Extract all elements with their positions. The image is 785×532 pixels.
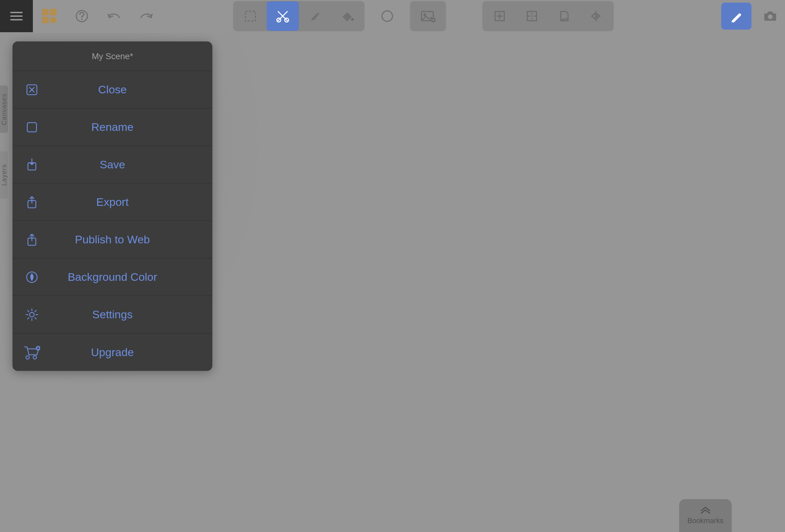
menu-item-save[interactable]: Save xyxy=(12,146,212,183)
close-icon xyxy=(12,84,42,96)
svg-point-12 xyxy=(768,15,773,19)
bookmarks-label: Bookmarks xyxy=(687,516,724,525)
image-icon xyxy=(420,9,436,23)
settings-icon xyxy=(12,308,42,322)
menu-save-label: Save xyxy=(42,158,212,171)
menu-item-upgrade[interactable]: Upgrade xyxy=(12,333,212,371)
bucket-icon xyxy=(340,9,354,23)
menu-item-settings[interactable]: Settings xyxy=(12,296,212,333)
menu-rename-label: Rename xyxy=(42,121,212,133)
svg-point-1 xyxy=(81,19,82,20)
split-button[interactable] xyxy=(516,1,548,31)
insert-image-button[interactable] xyxy=(412,1,444,31)
pen-tool[interactable] xyxy=(721,3,752,30)
save-icon xyxy=(12,158,42,171)
split-icon xyxy=(525,9,538,23)
camera-icon xyxy=(763,10,778,22)
selection-icon xyxy=(244,9,257,23)
menu-publish-label: Publish to Web xyxy=(42,233,212,246)
rename-icon xyxy=(12,121,42,133)
layers-tab-label: Layers xyxy=(0,164,8,186)
chevron-up-icon xyxy=(700,506,711,514)
circle-icon xyxy=(381,9,394,23)
undo-icon xyxy=(107,9,121,23)
background-color-icon xyxy=(12,271,42,284)
menu-item-background-color[interactable]: Background Color xyxy=(12,258,212,296)
eraser-icon xyxy=(308,9,322,23)
upgrade-icon xyxy=(12,345,42,359)
shape-circle-tool[interactable] xyxy=(371,1,403,31)
svg-point-6 xyxy=(382,11,392,21)
canvases-tab-label: Canvases xyxy=(0,93,8,125)
main-menu-dropdown: My Scene* Close Rename Save xyxy=(12,42,212,371)
mirror-button[interactable] xyxy=(580,1,612,31)
fill-tool[interactable] xyxy=(331,1,363,31)
page-icon xyxy=(558,9,571,23)
help-icon xyxy=(75,9,88,23)
templates-button[interactable] xyxy=(33,0,66,32)
menu-export-label: Export xyxy=(42,196,212,208)
menu-item-export[interactable]: Export xyxy=(12,183,212,221)
scene-title: My Scene* xyxy=(12,42,212,71)
svg-point-5 xyxy=(351,18,354,21)
pen-icon xyxy=(730,10,742,22)
svg-point-8 xyxy=(423,14,426,16)
menu-item-publish[interactable]: Publish to Web xyxy=(12,221,212,258)
svg-point-21 xyxy=(33,356,36,359)
canvases-tab[interactable]: Canvases xyxy=(0,85,8,133)
svg-point-19 xyxy=(30,312,34,317)
page-tools-group xyxy=(482,1,614,31)
menu-close-label: Close xyxy=(42,83,212,96)
menu-item-close[interactable]: Close xyxy=(12,71,212,108)
export-icon xyxy=(12,195,42,209)
menu-upgrade-label: Upgrade xyxy=(42,346,212,359)
mirror-icon xyxy=(590,9,603,23)
select-tool[interactable] xyxy=(234,1,267,31)
undo-button[interactable] xyxy=(98,1,130,31)
menu-button[interactable] xyxy=(0,0,33,32)
edit-tools-group xyxy=(233,1,364,31)
layers-tab[interactable]: Layers xyxy=(0,151,8,199)
templates-icon xyxy=(42,9,56,23)
add-panel-button[interactable] xyxy=(484,1,516,31)
publish-icon xyxy=(12,233,42,247)
cut-tool[interactable] xyxy=(267,1,299,31)
eraser-tool[interactable] xyxy=(299,1,331,31)
menu-item-rename[interactable]: Rename xyxy=(12,108,212,146)
help-button[interactable] xyxy=(66,1,98,31)
svg-point-20 xyxy=(26,356,29,359)
redo-icon xyxy=(139,9,153,23)
camera-button[interactable] xyxy=(755,1,785,31)
add-panel-icon xyxy=(493,9,506,23)
menu-background-color-label: Background Color xyxy=(42,271,212,283)
redo-button[interactable] xyxy=(130,1,162,31)
bookmarks-button[interactable]: Bookmarks xyxy=(679,499,732,532)
page-button[interactable] xyxy=(548,1,580,31)
hamburger-icon xyxy=(10,12,23,20)
svg-rect-14 xyxy=(27,123,36,132)
svg-rect-2 xyxy=(246,11,255,21)
scissors-icon xyxy=(276,9,290,23)
top-toolbar xyxy=(0,0,785,32)
menu-settings-label: Settings xyxy=(42,308,212,321)
image-group xyxy=(410,1,446,31)
